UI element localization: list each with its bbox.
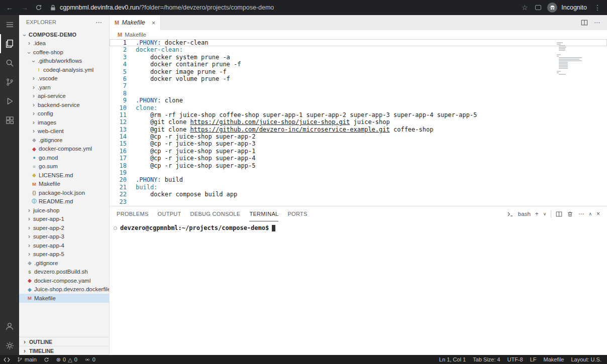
- code-line-13[interactable]: 13 @git clone https://github.com/devzero…: [110, 126, 607, 133]
- tree-folder-super-app-3[interactable]: ›super-app-3: [19, 232, 109, 241]
- remote-indicator[interactable]: [0, 355, 14, 364]
- close-tab-icon[interactable]: ×: [152, 19, 156, 27]
- status-keyboard-layout[interactable]: Layout: U.S.: [567, 355, 605, 364]
- code-line-15[interactable]: 15 @cp -r juice-shop super-app-3: [110, 140, 607, 147]
- code-line-23[interactable]: 23: [110, 198, 607, 205]
- tree-file-go.mod[interactable]: ●go.mod: [19, 153, 109, 162]
- tree-folder-super-app-2[interactable]: ›super-app-2: [19, 223, 109, 232]
- tree-file-package-lock.json[interactable]: {}package-lock.json: [19, 188, 109, 197]
- tree-folder-coffee-shop[interactable]: ›coffee-shop: [19, 48, 109, 57]
- tree-folder-backend-service[interactable]: ›backend-service: [19, 100, 109, 109]
- editor-more-actions-icon[interactable]: ⋯: [594, 19, 600, 26]
- tree-folder-super-app-4[interactable]: ›super-app-4: [19, 241, 109, 250]
- explorer-icon[interactable]: [0, 34, 19, 53]
- git-branch-button[interactable]: main: [14, 355, 40, 364]
- tree-folder-juice-shop[interactable]: ›juice-shop: [19, 206, 109, 215]
- tree-folder-.vscode[interactable]: ›.vscode: [19, 74, 109, 83]
- code-line-18[interactable]: 18 @cp -r juice-shop super-app-5: [110, 162, 607, 169]
- split-editor-icon[interactable]: [581, 19, 588, 26]
- ports-button[interactable]: 0: [81, 355, 99, 364]
- problems-button[interactable]: ⊗ 0 △ 0: [53, 355, 81, 364]
- tab-search-icon[interactable]: [535, 5, 541, 10]
- forward-icon[interactable]: →: [20, 4, 29, 12]
- panel-tab-problems[interactable]: PROBLEMS: [117, 206, 149, 221]
- tree-folder-.yarn[interactable]: ›.yarn: [19, 83, 109, 92]
- minimap[interactable]: [557, 42, 584, 77]
- code-line-7[interactable]: 7: [110, 82, 607, 89]
- tree-folder-.idea[interactable]: ›.idea: [19, 39, 109, 48]
- tab-makefile[interactable]: M Makefile ×: [110, 15, 161, 30]
- back-icon[interactable]: ←: [5, 4, 14, 12]
- shell-selector[interactable]: bash: [518, 211, 531, 217]
- tree-folder-web-client[interactable]: ›web-client: [19, 127, 109, 136]
- code-line-20[interactable]: 20.PHONY: build: [110, 176, 607, 183]
- tree-file-README.md[interactable]: ⓘREADME.md: [19, 197, 109, 206]
- status-encoding[interactable]: UTF-8: [503, 355, 526, 364]
- code-line-10[interactable]: 10clone:: [110, 104, 607, 111]
- code-line-8[interactable]: 8: [110, 90, 607, 97]
- search-icon[interactable]: [0, 53, 19, 72]
- sync-button[interactable]: [40, 355, 53, 364]
- tree-file-codeql-analysis.yml[interactable]: !codeql-analysis.yml: [19, 65, 109, 74]
- code-line-3[interactable]: 3 docker system prune -a: [110, 54, 607, 61]
- panel-tab-debug-console[interactable]: DEBUG CONSOLE: [190, 206, 241, 221]
- code-line-11[interactable]: 11 @rm -rf juice-shop coffee-shop super-…: [110, 111, 607, 118]
- bookmark-star-icon[interactable]: ☆: [520, 4, 529, 12]
- panel-tab-ports[interactable]: PORTS: [287, 206, 307, 221]
- tree-folder-super-app-1[interactable]: ›super-app-1: [19, 215, 109, 224]
- kill-terminal-trash-icon[interactable]: [567, 211, 573, 217]
- account-icon[interactable]: [0, 317, 19, 336]
- code-line-16[interactable]: 16 @cp -r juice-shop super-app-1: [110, 148, 607, 155]
- new-terminal-icon[interactable]: +: [535, 210, 539, 217]
- code-line-5[interactable]: 5 docker image prune -f: [110, 68, 607, 75]
- status-eol[interactable]: LF: [527, 355, 540, 364]
- panel-tab-terminal[interactable]: TERMINAL: [249, 206, 278, 221]
- source-control-icon[interactable]: [0, 72, 19, 91]
- settings-gear-icon[interactable]: [0, 336, 19, 355]
- tree-file-docker-compose.yml[interactable]: ◆docker-compose.yml: [19, 145, 109, 154]
- timeline-section[interactable]: › TIMELINE: [19, 346, 109, 355]
- panel-tab-output[interactable]: OUTPUT: [158, 206, 181, 221]
- status-language-mode[interactable]: Makefile: [540, 355, 567, 364]
- browser-menu-icon[interactable]: ⋮: [593, 4, 602, 12]
- close-panel-icon[interactable]: ×: [596, 210, 600, 217]
- code-line-21[interactable]: 21build:: [110, 184, 607, 191]
- tree-folder-COMPOSE-DEMO[interactable]: ›COMPOSE-DEMO: [19, 30, 109, 39]
- tree-folder-.github/workflows[interactable]: ›.github/workflows: [19, 57, 109, 66]
- reload-icon[interactable]: [35, 4, 44, 11]
- status-indentation[interactable]: Tab Size: 4: [469, 355, 503, 364]
- tree-folder-api-service[interactable]: ›api-service: [19, 92, 109, 101]
- terminal-profiles-chevron-icon[interactable]: ∨: [543, 211, 547, 216]
- code-line-19[interactable]: 19: [110, 169, 607, 176]
- url-bar[interactable]: cgpmnbml.devinfra.dev0.run/?folder=/home…: [50, 4, 514, 11]
- code-line-12[interactable]: 12 @git clone https://github.com/juice-s…: [110, 118, 607, 126]
- code-line-6[interactable]: 6 docker volume prune -f: [110, 75, 607, 82]
- outline-section[interactable]: › OUTLINE: [19, 337, 109, 346]
- tree-file-.gitignore[interactable]: ◆.gitignore: [19, 136, 109, 145]
- tree-file-Juice-shop.devzero.dockerfile[interactable]: ◆Juice-shop.devzero.dockerfile: [19, 285, 109, 294]
- code-line-17[interactable]: 17 @cp -r juice-shop super-app-4: [110, 155, 607, 162]
- panel-more-actions-icon[interactable]: ⋯: [578, 210, 584, 217]
- tree-folder-super-app-5[interactable]: ›super-app-5: [19, 250, 109, 259]
- tree-file-Makefile[interactable]: MMakefile: [19, 294, 109, 303]
- tree-file-go.sum[interactable]: ≡go.sum: [19, 162, 109, 171]
- tree-file-docker-compose.yaml[interactable]: ◆docker-compose.yaml: [19, 276, 109, 285]
- extensions-icon[interactable]: [0, 110, 19, 130]
- code-line-4[interactable]: 4 docker container prune -f: [110, 61, 607, 68]
- breadcrumb[interactable]: M Makefile: [110, 30, 607, 39]
- tree-file-Makefile[interactable]: MMakefile: [19, 180, 109, 189]
- split-terminal-icon[interactable]: [556, 211, 562, 217]
- tree-file-devzero.postBuild.sh[interactable]: $devzero.postBuild.sh: [19, 268, 109, 277]
- explorer-more-actions-icon[interactable]: ⋯: [95, 19, 102, 26]
- tree-folder-images[interactable]: ›images: [19, 118, 109, 127]
- code-line-2[interactable]: 2docker-clean:: [110, 46, 607, 53]
- tree-folder-config[interactable]: ›config: [19, 109, 109, 118]
- code-editor[interactable]: 1.PHONY: docker-clean2docker-clean:3 doc…: [110, 39, 607, 206]
- maximize-panel-icon[interactable]: ∧: [588, 211, 592, 216]
- code-line-22[interactable]: 22 docker compose build app: [110, 191, 607, 198]
- code-line-14[interactable]: 14 @cp -r juice-shop super-app-2: [110, 133, 607, 140]
- tree-file-LICENSE.md[interactable]: ◆LICENSE.md: [19, 171, 109, 180]
- status-cursor-position[interactable]: Ln 1, Col 1: [436, 355, 469, 364]
- tree-file-.gitignore[interactable]: ◆.gitignore: [19, 259, 109, 268]
- code-line-9[interactable]: 9.PHONY: clone: [110, 97, 607, 104]
